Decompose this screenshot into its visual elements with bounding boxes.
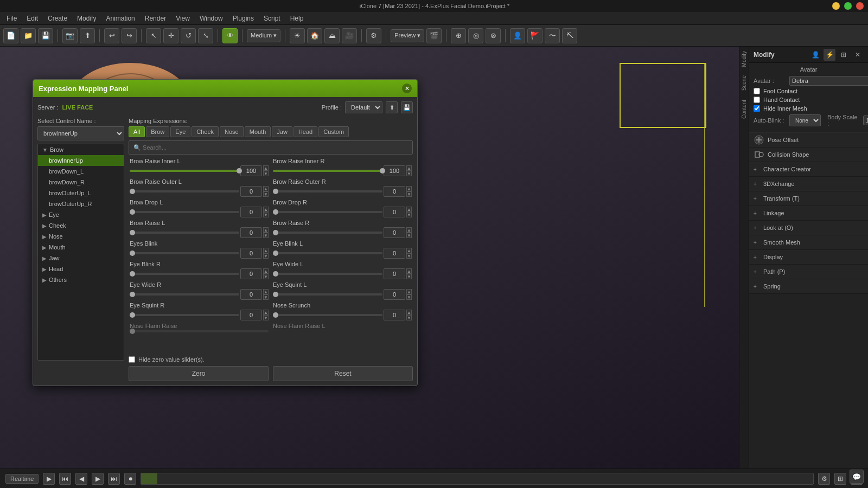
render-settings[interactable]: ⚙ <box>366 28 381 43</box>
tab-cheek[interactable]: Cheek <box>192 126 219 137</box>
rotate-button[interactable]: ↺ <box>181 28 196 43</box>
menu-animation[interactable]: Animation <box>101 14 139 23</box>
character-creator-header[interactable]: + Character Creator <box>749 162 868 176</box>
slider-track-brol[interactable] <box>130 190 239 192</box>
prev-frame-button[interactable]: ◀ <box>75 473 87 485</box>
slider-up-brir[interactable]: ▲ <box>406 165 412 171</box>
tree-browOuterUp_R[interactable]: browOuterUp_R <box>38 198 124 209</box>
slider-input-brir[interactable] <box>384 165 405 176</box>
tree-head-group[interactable]: ▶ Head <box>38 264 124 274</box>
slider-thumb-brir[interactable] <box>380 168 385 174</box>
tree-browDown_L[interactable]: browDown_L <box>38 166 124 177</box>
slider-thumb-ebl[interactable] <box>273 251 278 256</box>
slider-thumb-ewl[interactable] <box>273 271 278 277</box>
tab-head[interactable]: Head <box>293 126 317 137</box>
collision-shape-header[interactable]: Collision Shape <box>749 147 868 162</box>
slider-track-bror[interactable] <box>273 190 382 192</box>
slider-track-brl[interactable] <box>130 232 239 234</box>
slider-thumb-esr[interactable] <box>130 312 135 318</box>
rp-tab-grid[interactable]: ⊞ <box>838 49 850 61</box>
ep-close-button[interactable]: ✕ <box>402 84 412 93</box>
side-label-scene[interactable]: Scene <box>739 71 749 95</box>
tab-mouth[interactable]: Mouth <box>245 126 271 137</box>
preview-dropdown[interactable]: Preview ▾ <box>391 29 424 42</box>
slider-thumb-ewr[interactable] <box>130 292 135 297</box>
slider-down-bdl[interactable]: ▼ <box>263 212 269 217</box>
side-label-modify[interactable]: Modify <box>739 47 749 71</box>
expression-tree[interactable]: ▼ Brow browInnerUp browDown_L browDown_R <box>37 144 124 361</box>
slider-up-brol[interactable]: ▲ <box>263 186 269 191</box>
menu-create[interactable]: Create <box>43 14 72 23</box>
tree-browOuterUp_L[interactable]: browOuterUp_L <box>38 188 124 198</box>
slider-input-bril[interactable] <box>240 165 262 176</box>
slider-thumb-ns[interactable] <box>273 312 278 318</box>
env-button[interactable]: 🏠 <box>307 28 322 43</box>
slider-thumb-eb[interactable] <box>130 251 135 256</box>
slider-thumb-bril[interactable] <box>237 168 242 174</box>
tree-brow-group[interactable]: ▼ Brow <box>38 144 124 155</box>
new-button[interactable]: 📄 <box>3 28 18 43</box>
rp-close[interactable]: ✕ <box>852 49 864 61</box>
menu-modify[interactable]: Modify <box>73 14 100 23</box>
live-button[interactable]: 👁 <box>222 28 238 43</box>
slider-up-eb[interactable]: ▲ <box>263 248 269 253</box>
next-frame-button[interactable]: ▶ <box>92 473 104 485</box>
slider-track-ewl[interactable] <box>273 273 382 275</box>
tool2-button[interactable]: ⛏ <box>562 28 577 43</box>
slider-up-brr[interactable]: ▲ <box>406 227 412 233</box>
transform-header[interactable]: + Transform (T) <box>749 191 868 206</box>
slider-input-esl[interactable] <box>384 289 405 300</box>
slider-track-bdr[interactable] <box>273 211 382 213</box>
slider-track-ebl[interactable] <box>273 252 382 254</box>
slider-track-ewr[interactable] <box>130 293 239 296</box>
slider-down-eb[interactable]: ▼ <box>263 253 269 259</box>
linkage-header[interactable]: + Linkage <box>749 206 868 220</box>
physics-button[interactable]: ⊕ <box>451 28 466 43</box>
slider-down-bdr[interactable]: ▼ <box>406 212 412 217</box>
slider-input-esr[interactable] <box>240 310 262 320</box>
slider-down-ns[interactable]: ▼ <box>406 315 412 320</box>
slider-track-nfl[interactable] <box>130 330 269 332</box>
zero-button[interactable]: Zero <box>129 366 269 381</box>
slider-up-ewr[interactable]: ▲ <box>263 289 269 294</box>
foot-contact-checkbox[interactable] <box>754 88 760 94</box>
slider-down-ebr[interactable]: ▼ <box>263 274 269 279</box>
avatar-input[interactable] <box>789 76 868 86</box>
slider-track-esl[interactable] <box>273 293 382 296</box>
slider-input-brol[interactable] <box>240 186 262 197</box>
slider-thumb-ebr[interactable] <box>130 271 135 277</box>
menu-file[interactable]: File <box>2 14 21 23</box>
slider-up-bdr[interactable]: ▲ <box>406 207 412 212</box>
menu-view[interactable]: View <box>171 14 194 23</box>
spring-header[interactable]: + Spring <box>749 279 868 293</box>
rp-tab-modify[interactable]: ⚡ <box>824 49 835 61</box>
slider-up-brl[interactable]: ▲ <box>263 227 269 233</box>
select-button[interactable]: ↖ <box>146 28 161 43</box>
slider-down-brl[interactable]: ▼ <box>263 233 269 238</box>
slider-track-ns[interactable] <box>273 314 382 316</box>
slider-input-ebl[interactable] <box>384 248 405 259</box>
light-button[interactable]: ☀ <box>290 28 305 43</box>
curve-button[interactable]: 〜 <box>545 28 560 43</box>
tab-nose[interactable]: Nose <box>220 126 244 137</box>
rewind-button[interactable]: ⏮ <box>59 473 71 485</box>
slider-input-ewr[interactable] <box>240 289 262 300</box>
tab-brow[interactable]: Brow <box>146 126 169 137</box>
slider-up-ns[interactable]: ▲ <box>406 310 412 315</box>
slider-track-eb[interactable] <box>130 252 239 254</box>
3dxchange-header[interactable]: + 3DXchange <box>749 177 868 191</box>
maximize-button[interactable] <box>844 2 852 10</box>
slider-up-bdl[interactable]: ▲ <box>263 207 269 212</box>
ep-titlebar[interactable]: Expression Mapping Panel ✕ <box>33 80 417 97</box>
slider-thumb-bdl[interactable] <box>130 209 135 215</box>
slider-track-bdl[interactable] <box>130 211 239 213</box>
menu-edit[interactable]: Edit <box>22 14 42 23</box>
slider-track-brir[interactable] <box>273 170 382 172</box>
pose-offset-header[interactable]: Pose Offset <box>749 133 868 147</box>
record-button[interactable]: ⏺ <box>124 473 136 485</box>
minimize-button[interactable] <box>832 2 840 10</box>
quality-dropdown[interactable]: Medium ▾ <box>247 29 280 42</box>
reset-button[interactable]: Reset <box>273 366 413 381</box>
slider-thumb-brr[interactable] <box>273 230 278 235</box>
slider-up-ebr[interactable]: ▲ <box>263 268 269 274</box>
